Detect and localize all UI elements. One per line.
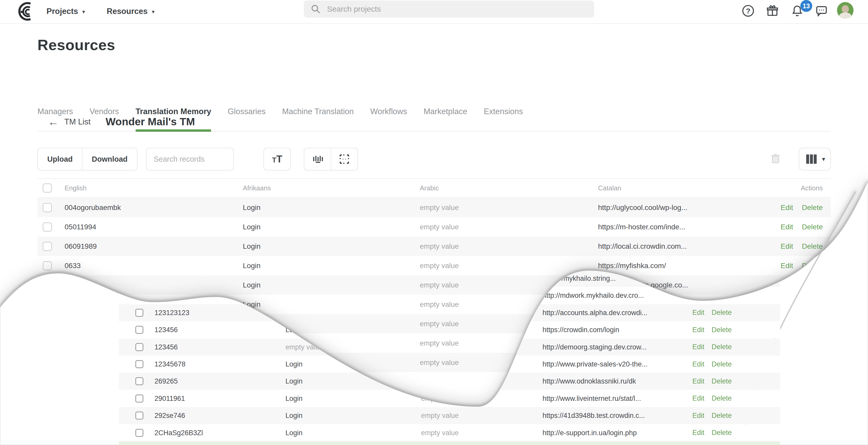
edit-link[interactable]: Edit	[781, 223, 793, 231]
cell-english: 269265	[154, 373, 178, 390]
row-checkbox[interactable]	[43, 203, 52, 212]
row-checkbox[interactable]	[43, 261, 52, 271]
row-checkbox[interactable]	[135, 377, 144, 385]
help-icon[interactable]: ?	[741, 4, 755, 18]
cell-arabic: empty value	[421, 373, 459, 390]
edit-link[interactable]: Edit	[692, 377, 705, 385]
row-checkbox[interactable]	[43, 222, 52, 232]
nav-projects-menu[interactable]: Projects ▾	[46, 0, 85, 23]
nav-resources-label: Resources	[107, 7, 148, 16]
edit-link[interactable]: Edit	[692, 326, 705, 334]
delete-link[interactable]: Delete	[712, 412, 732, 420]
row-actions: EditDelete	[692, 424, 732, 441]
edit-link[interactable]: Edit	[692, 309, 705, 317]
highlighted-row-strip	[119, 441, 780, 445]
edit-link[interactable]: Edit	[692, 429, 705, 437]
screen: Projects ▾ Resources ▾ ? 13	[0, 0, 868, 445]
columns-icon	[804, 152, 818, 166]
tm-list-back-link[interactable]: TM List	[64, 117, 91, 127]
text-case-toggle-group: TT	[264, 148, 291, 170]
user-avatar[interactable]	[837, 2, 854, 19]
table-row: 269265Loginempty valuehttp://www.odnokla…	[0, 373, 868, 390]
search-records-input[interactable]	[146, 148, 234, 170]
delete-link[interactable]: Delete	[712, 377, 732, 385]
edit-link[interactable]: Edit	[692, 360, 705, 368]
row-checkbox[interactable]	[135, 326, 144, 334]
table-row: 292se746Loginempty valuehttps://41d3948b…	[0, 407, 868, 424]
selection-frame-icon[interactable]	[331, 148, 358, 170]
row-checkbox[interactable]	[135, 360, 144, 368]
row-checkbox[interactable]	[135, 412, 144, 420]
cell-catalan: http://www.private-sales-v20-the...	[542, 356, 648, 373]
upload-button[interactable]: Upload	[38, 148, 82, 170]
cell-english: 123456	[154, 339, 178, 356]
row-checkbox[interactable]	[135, 394, 144, 402]
tm-header: ← TM List Wonder Mail's TM	[48, 116, 195, 128]
columns-visibility-dropdown[interactable]: ▾	[799, 148, 831, 170]
row-checkbox[interactable]	[43, 242, 52, 251]
edit-link[interactable]: Edit	[781, 242, 793, 251]
row-checkbox[interactable]	[135, 429, 144, 437]
tab-glossaries[interactable]: Glossaries	[227, 103, 265, 131]
cell-arabic: empty value	[420, 256, 459, 275]
chat-icon[interactable]	[814, 4, 829, 18]
row-actions: EditDelete	[692, 304, 732, 321]
edit-link[interactable]: Edit	[692, 343, 705, 351]
edit-link[interactable]: Edit	[781, 262, 793, 270]
cell-catalan: https://41d3948b.test.crowdin.c...	[542, 407, 645, 424]
cell-english: 12345678	[154, 356, 185, 373]
column-header-actions: Actions	[801, 179, 823, 197]
delete-link[interactable]: Delete	[712, 343, 732, 351]
cell-catalan: http://www.odnoklassniki.ru/dk	[542, 373, 636, 390]
back-arrow-icon[interactable]: ←	[48, 117, 59, 127]
delete-link[interactable]: Delete	[712, 309, 732, 317]
select-all-checkbox[interactable]	[43, 183, 52, 193]
cell-english: 29011961	[154, 390, 185, 407]
text-case-icon[interactable]: TT	[264, 148, 290, 170]
delete-link[interactable]: Delete	[802, 223, 823, 231]
notification-count-badge: 13	[800, 0, 812, 12]
avatar-body	[839, 12, 851, 19]
delete-link[interactable]: Delete	[712, 394, 732, 402]
download-button[interactable]: Download	[82, 148, 137, 170]
row-actions: EditDelete	[781, 217, 823, 236]
search-projects-input[interactable]	[327, 4, 560, 14]
cell-arabic: empty value	[420, 217, 459, 236]
delete-link[interactable]: Delete	[712, 429, 732, 437]
cell-arabic: empty value	[420, 295, 459, 314]
bulk-delete-trash-icon[interactable]	[769, 152, 782, 166]
edit-link[interactable]: Edit	[692, 412, 705, 420]
search-icon	[311, 4, 321, 14]
delete-link[interactable]: Delete	[802, 203, 823, 212]
whitespace-marks-icon[interactable]	[304, 148, 331, 170]
tab-machine-translation[interactable]: Machine Translation	[282, 103, 354, 131]
delete-link[interactable]: Delete	[712, 326, 732, 334]
tab-workflows[interactable]: Workflows	[370, 103, 407, 131]
app-logo-icon[interactable]	[14, 1, 37, 24]
cell-catalan: https://m-hoster.com/inde...	[598, 217, 685, 236]
delete-link[interactable]: Delete	[712, 360, 732, 368]
cell-catalan: http://mdwork.mykhailo.dev.cro...	[542, 287, 644, 304]
cell-catalan: http://local.ci.crowdin.com...	[598, 236, 687, 256]
tab-extensions[interactable]: Extensions	[484, 103, 523, 131]
delete-link[interactable]: Delete	[802, 242, 823, 251]
table-row: Loginempty valuehttps://accounts.google.…	[0, 275, 868, 295]
gift-icon[interactable]	[765, 4, 780, 18]
column-header-english: English	[65, 179, 87, 197]
row-checkbox[interactable]	[135, 309, 144, 317]
cell-catalan: http://e-support.in.ua/login.php	[542, 424, 637, 441]
cell-catalan: http://uglycool.cool/wp-log...	[598, 198, 687, 217]
cell-afrikaans: Login	[243, 275, 261, 295]
chevron-down-icon: ▾	[152, 8, 155, 15]
upload-download-group: Upload Download	[37, 148, 137, 170]
tab-marketplace[interactable]: Marketplace	[424, 103, 467, 131]
edit-link[interactable]: Edit	[781, 203, 793, 212]
row-checkbox[interactable]	[135, 343, 144, 351]
row-actions: EditDelete	[692, 321, 732, 338]
cell-english: 292se746	[154, 407, 185, 424]
edit-link[interactable]: Edit	[692, 394, 705, 402]
table-row: 0633Loginempty valuehttps://myfishka.com…	[0, 256, 868, 275]
cell-english: 0633	[65, 256, 81, 275]
cell-afrikaans: Login	[243, 198, 261, 217]
nav-resources-menu[interactable]: Resources ▾	[107, 0, 155, 23]
